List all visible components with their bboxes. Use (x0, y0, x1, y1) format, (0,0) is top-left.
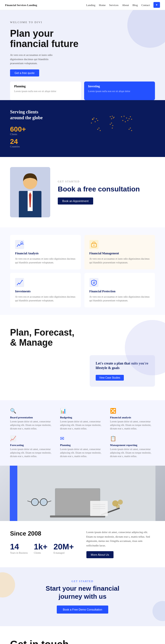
clients-stat-label: Clients (34, 551, 47, 554)
feature-management-reporting: 📋 Management reporting Lorem ipsum dolor… (110, 435, 155, 458)
feature-forecasting: 📈 Forecasting Lorem ipsum dolor sit amet… (10, 435, 55, 458)
budgeting-icon: 📊 (60, 408, 105, 414)
svg-point-4 (97, 120, 98, 121)
feature6-text: Lorem ipsum dolor sit amet, consectetur … (110, 448, 155, 458)
nav-link-blog[interactable]: Blog (132, 4, 138, 7)
stats-numbers: 600+ Clients 24 Countries (10, 126, 83, 148)
svg-point-2 (95, 121, 96, 122)
years-label: Years in Business (10, 551, 28, 554)
feature4-text: Lorem ipsum dolor sit amet, consectetur … (10, 448, 55, 458)
contact-section: Get in touch Contact John Today 📞 (255) … (0, 626, 165, 644)
clients-stat-number: 1k+ (34, 542, 47, 551)
hero-cta-button[interactable]: Get a free quote (10, 69, 39, 76)
features-section: 🔍 Board presentation Lorem ipsum dolor s… (0, 400, 165, 466)
analysis-title: Financial Analysis (15, 252, 76, 255)
book-appointment-button[interactable]: Book an Appointment (58, 197, 93, 205)
plan-section: Plan, Forecast, & Manage Let's create a … (0, 315, 165, 400)
plan-title: Plan, Forecast, & Manage (10, 328, 80, 347)
nav-logo: Financial Services Landing (5, 4, 37, 7)
investments-title: Investments (15, 290, 76, 293)
svg-rect-43 (15, 278, 24, 287)
since-left: Since 2008 14 Years in Business 1k+ Clie… (10, 530, 79, 558)
svg-point-54 (40, 499, 47, 506)
feature1-title: Board presentation (10, 416, 55, 419)
svg-point-16 (124, 116, 125, 117)
nav-link-landing[interactable]: Landing (86, 4, 95, 7)
stat-clients: 600+ Clients (10, 126, 83, 136)
nav-link-home[interactable]: Home (99, 4, 106, 7)
svg-point-27 (98, 128, 99, 129)
svg-point-26 (130, 128, 131, 129)
desk-illustration (10, 466, 155, 521)
feature3-text: Lorem ipsum dolor sit amet, consectetur … (110, 420, 155, 430)
consultation-section: GET STARTED Book a free consultation Boo… (0, 157, 165, 227)
svg-point-23 (131, 119, 132, 120)
management-title: Financial Management (89, 252, 150, 255)
feature-planning: ✉ Planning Lorem ipsum dolor sit amet, c… (60, 435, 105, 458)
investments-text: At vero eos et accusamus et iusto odio d… (15, 295, 76, 302)
svg-rect-62 (90, 501, 108, 516)
stats-heading: Serving clients around the globe (10, 109, 50, 121)
nav-link-about[interactable]: About (122, 4, 129, 7)
countries-number: 24 (10, 138, 83, 145)
svg-rect-66 (10, 466, 17, 521)
services-grid: Financial Analysis At vero eos et accusa… (10, 235, 155, 307)
nav-link-contact[interactable]: Contact (141, 4, 150, 7)
nav-cta[interactable]: ▾ (153, 2, 160, 8)
svg-point-59 (118, 500, 123, 505)
svg-point-24 (129, 129, 130, 130)
countries-label: Countries (10, 145, 83, 148)
stats-section: Serving clients around the globe 600+ Cl… (0, 100, 165, 157)
nav-link-services[interactable]: Services (109, 4, 119, 7)
services-section: Financial Analysis At vero eos et accusa… (0, 227, 165, 315)
svg-point-18 (127, 120, 128, 121)
feature5-title: Planning (60, 444, 105, 447)
service-card-investments: Investments At vero eos et accusamus et … (10, 273, 81, 307)
photo-section (0, 466, 165, 521)
hero-welcome: WELCOME TO DIVI (10, 20, 60, 24)
svg-point-6 (110, 116, 111, 117)
hero-card-investing: Investing Lorem ipsum nulla non est sit … (84, 82, 155, 100)
svg-point-1 (96, 118, 97, 119)
since-right: Lorem ipsum dolor sit amet, consectetur … (86, 530, 155, 558)
feature2-text: Lorem ipsum dolor sit amet, consectetur … (60, 420, 105, 430)
hero-circle (127, 10, 165, 48)
analysis-text: At vero eos et accusamus et iusto odio d… (15, 257, 76, 264)
management-icon (89, 240, 98, 249)
view-case-studies-button[interactable]: View Case Studies (96, 375, 124, 381)
feature6-title: Management reporting (110, 444, 155, 447)
planning-title: Planning (14, 85, 77, 88)
svg-point-7 (112, 116, 113, 117)
features-grid: 🔍 Board presentation Lorem ipsum dolor s… (10, 408, 155, 458)
managed-number: 20M+ (53, 542, 74, 551)
stats-map (83, 109, 155, 139)
managed-label: $ managed (53, 551, 74, 554)
service-card-protection: Financial Protection At vero eos et accu… (84, 273, 155, 307)
svg-point-22 (130, 116, 131, 117)
more-about-us-button[interactable]: More About Us (86, 551, 114, 558)
svg-point-42 (93, 245, 94, 246)
svg-point-8 (114, 117, 115, 118)
hero-description: At vero eos et accusamus et iusto odio d… (10, 53, 60, 65)
svg-rect-37 (15, 240, 24, 249)
since-numbers: 14 Years in Business 1k+ Clients 20M+ $ … (10, 542, 79, 554)
clients-label: Clients (10, 133, 83, 136)
management-reporting-icon: 📋 (110, 435, 155, 441)
since-description: Lorem ipsum dolor sit amet, consectetur … (86, 530, 155, 548)
investments-icon (15, 278, 24, 287)
feature3-title: Financial analysis (110, 416, 155, 419)
years-stat: 14 Years in Business (10, 542, 28, 554)
cta-label: GET STARTED (10, 580, 155, 583)
hero-section: WELCOME TO DIVI Plan your financial futu… (0, 10, 165, 100)
svg-point-10 (113, 117, 114, 118)
svg-point-19 (125, 121, 126, 122)
feature-budgeting: 📊 Budgeting Lorem ipsum dolor sit amet, … (60, 408, 105, 430)
svg-point-48 (94, 281, 95, 282)
stat-countries: 24 Countries (10, 138, 83, 148)
svg-point-12 (112, 125, 113, 126)
cta-button[interactable]: Book a Free Demo Consultation (57, 606, 108, 614)
feature2-title: Budgeting (60, 416, 105, 419)
consultation-title: Book a free consultation (58, 185, 155, 193)
clients-stat: 1k+ Clients (34, 542, 47, 554)
world-map-svg (83, 109, 143, 142)
